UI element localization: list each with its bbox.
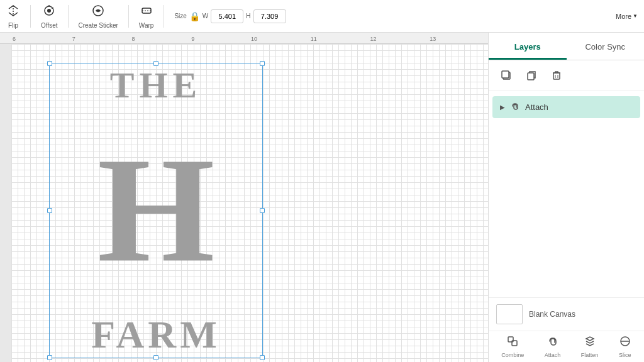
slice-icon [619, 335, 631, 351]
create-sticker-tool[interactable]: Create Sticker [79, 4, 118, 29]
ruler-marks: 6 7 8 9 10 11 12 13 [11, 36, 488, 42]
offset-icon [42, 4, 56, 21]
main-area: 6 7 8 9 10 11 12 13 THE H FARM [0, 33, 644, 362]
design-text-farm: FARM [91, 315, 220, 354]
design-content: THE H FARM [50, 63, 262, 358]
ruler-mark: 8 [131, 36, 191, 42]
h-label: H [246, 13, 250, 19]
layer-attach[interactable]: ▶ Attach [492, 96, 640, 118]
layer-attach-icon [510, 101, 520, 113]
handle-bot-left[interactable] [47, 355, 52, 360]
combine-label: Combine [501, 352, 524, 358]
panel-toolbar [489, 60, 644, 91]
handle-bot-mid[interactable] [153, 355, 158, 360]
flip-tool[interactable]: Flip [6, 4, 20, 29]
lock-icon: 🔒 [189, 11, 200, 21]
more-label: More [616, 13, 631, 20]
size-group: Size 🔒 W H [174, 9, 286, 23]
svg-rect-5 [142, 8, 151, 13]
flatten-label: Flatten [581, 352, 599, 358]
svg-rect-8 [502, 71, 509, 78]
design-container[interactable]: THE H FARM 5.4 in x 7.31 in [49, 63, 263, 358]
layer-name: Attach [525, 102, 548, 112]
size-label: Size [174, 13, 186, 19]
ruler-mark: 13 [428, 36, 488, 42]
delete-button[interactable] [547, 65, 567, 85]
slice-label: Slice [619, 352, 631, 358]
layer-expand-arrow: ▶ [500, 104, 505, 111]
combine-tool[interactable]: Combine [501, 335, 524, 358]
handle-top-right[interactable] [260, 61, 265, 66]
attach-tool[interactable]: Attach [545, 335, 561, 358]
toolbar: Flip Offset Create Sticker [0, 0, 644, 33]
more-button[interactable]: More ▼ [616, 13, 638, 20]
handle-mid-left[interactable] [47, 208, 52, 213]
canvas-grid[interactable]: THE H FARM 5.4 in x 7.31 in [11, 44, 488, 362]
divider-4 [164, 5, 164, 28]
ruler-mark: 11 [309, 36, 369, 42]
warp-icon [140, 4, 153, 21]
handle-mid-right[interactable] [260, 208, 265, 213]
svg-rect-10 [553, 73, 560, 79]
blank-canvas-label: Blank Canvas [529, 310, 575, 319]
offset-label: Offset [41, 22, 58, 29]
ruler-mark: 9 [190, 36, 250, 42]
slice-tool[interactable]: Slice [619, 335, 631, 358]
copy-button[interactable] [521, 65, 541, 85]
height-input[interactable] [253, 9, 286, 23]
tab-layers[interactable]: Layers [489, 36, 567, 60]
divider-1 [30, 5, 31, 28]
warp-label: Warp [139, 22, 154, 29]
flatten-icon [584, 335, 596, 351]
divider-3 [128, 5, 129, 28]
w-label: W [203, 13, 208, 19]
canvas-area[interactable]: 6 7 8 9 10 11 12 13 THE H FARM [0, 33, 488, 362]
flip-icon [6, 4, 20, 21]
ruler-mark: 7 [71, 36, 131, 42]
warp-tool[interactable]: Warp [139, 4, 154, 29]
panel-bottom-toolbar: Combine Attach Flatten [489, 331, 644, 362]
more-arrow-icon: ▼ [633, 13, 638, 19]
width-input[interactable] [211, 9, 243, 23]
create-sticker-label: Create Sticker [79, 22, 118, 29]
blank-canvas-thumbnail [496, 304, 523, 324]
svg-rect-9 [528, 73, 534, 80]
ruler-mark: 10 [250, 36, 309, 42]
design-text-the: THE [110, 67, 203, 104]
blank-canvas-section: Blank Canvas [489, 297, 644, 331]
combine-icon [506, 335, 519, 351]
attach-icon [547, 335, 559, 351]
duplicate-button[interactable] [496, 65, 516, 85]
flatten-tool[interactable]: Flatten [581, 335, 599, 358]
tab-color-sync[interactable]: Color Sync [567, 36, 645, 60]
attach-label: Attach [545, 352, 561, 358]
offset-tool[interactable]: Offset [41, 4, 58, 29]
divider-2 [68, 5, 69, 28]
ruler-top: 6 7 8 9 10 11 12 13 [0, 33, 488, 44]
panel-tabs: Layers Color Sync [489, 33, 644, 60]
flip-label: Flip [8, 22, 18, 29]
handle-bot-right[interactable] [260, 355, 265, 360]
handle-top-mid[interactable] [153, 61, 158, 66]
create-sticker-icon [91, 4, 105, 21]
layers-list: ▶ Attach [489, 91, 644, 297]
right-panel: Layers Color Sync [488, 33, 644, 362]
design-text-h: H [97, 104, 215, 315]
ruler-mark: 6 [11, 36, 71, 42]
svg-point-2 [47, 9, 51, 13]
handle-top-left[interactable] [47, 61, 52, 66]
ruler-mark: 12 [369, 36, 429, 42]
